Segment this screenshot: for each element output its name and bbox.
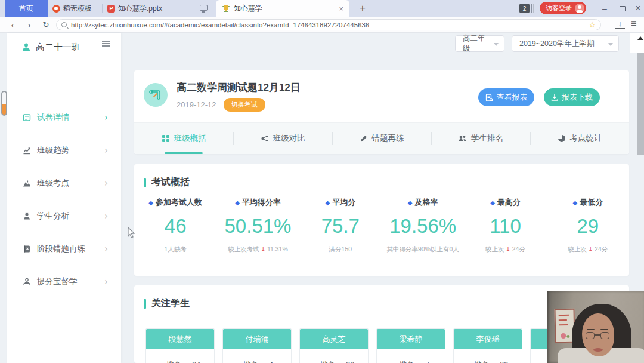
chevron-down-icon xyxy=(608,43,613,46)
grid-icon xyxy=(162,134,170,143)
rank-label: 排名： xyxy=(243,360,266,363)
sidebar-item-label: 班级考点 xyxy=(37,178,69,189)
close-tab-icon[interactable]: × xyxy=(339,4,343,13)
tab-home[interactable]: 首页 xyxy=(5,0,48,17)
tab-wrong-retry[interactable]: 错题再练 xyxy=(332,123,431,154)
sidebar-item-supervise[interactable]: 提分宝督学 › xyxy=(7,273,121,291)
scrollbar-thumb[interactable] xyxy=(637,53,644,155)
stats-row: ◆参加考试人数 46 1人缺考 ◆平均得分率 50.51% 较上次考试11.31… xyxy=(134,197,629,254)
download-report-button[interactable]: 报表下载 xyxy=(544,88,600,106)
chevron-right-icon: › xyxy=(104,276,108,287)
student-name[interactable]: 段慧然 xyxy=(146,329,214,349)
stat-participants: ◆参加考试人数 46 1人缺考 xyxy=(134,197,216,254)
trend-down-icon xyxy=(504,245,512,253)
pie-chart-icon xyxy=(558,134,566,143)
student-name[interactable]: 高灵芝 xyxy=(300,329,368,349)
sidebar-item-class-trend[interactable]: 班级趋势 › xyxy=(7,141,121,159)
stat-value: 46 xyxy=(134,215,216,238)
tab-docer[interactable]: 稻壳模板 xyxy=(48,0,103,17)
tab-label: 班级对比 xyxy=(273,133,305,144)
avatar-icon xyxy=(575,4,584,13)
student-card[interactable]: 梁希静 排名： 7 xyxy=(376,328,445,363)
person-face xyxy=(582,313,614,356)
people-icon xyxy=(458,134,467,143)
tab-count-badge[interactable]: 2 xyxy=(519,4,530,13)
report-icon xyxy=(485,94,493,101)
student-analysis-icon xyxy=(23,212,31,220)
tab-pptx[interactable]: P 知心慧学.pptx xyxy=(103,0,213,17)
new-tab-button[interactable]: + xyxy=(355,1,370,16)
stat-label: 最高分 xyxy=(497,198,521,207)
student-card[interactable]: 李俊瑶 排名： 29 xyxy=(453,328,522,363)
refresh-button[interactable]: ↻ xyxy=(38,17,54,33)
sidebar-item-class-keypoint[interactable]: 班级考点 › xyxy=(7,174,121,192)
sidebar-item-student-analysis[interactable]: 学生分析 › xyxy=(7,207,121,225)
stat-avg-score-rate: ◆平均得分率 50.51% 较上次考试11.31% xyxy=(216,197,299,254)
stat-label: 平均分 xyxy=(332,198,355,207)
forward-button[interactable]: › xyxy=(21,17,37,33)
sidebar-item-label: 阶段错题再练 xyxy=(37,244,85,254)
tab-keypoint-stats[interactable]: 考点统计 xyxy=(530,123,629,154)
student-name[interactable]: 付瑞涌 xyxy=(223,329,291,349)
section-header: 关注学生 xyxy=(144,297,190,310)
sidebar-item-label: 班级趋势 xyxy=(37,145,69,156)
class-person-icon xyxy=(21,42,31,52)
rank-label: 排名： xyxy=(474,360,497,363)
stage-retry-icon xyxy=(23,245,31,253)
diamond-icon: ◆ xyxy=(572,199,577,206)
class-list-toggle-icon[interactable] xyxy=(102,41,110,42)
sidebar-item-stage-retry[interactable]: 阶段错题再练 › xyxy=(7,240,121,258)
diamond-icon: ◆ xyxy=(490,199,495,206)
chevron-right-icon: › xyxy=(104,244,108,254)
browser-toolbar: ‹ › ↻ http://zsytec.zhixinhuixue.com/#/a… xyxy=(0,17,644,33)
guest-login-button[interactable]: 访客登录 xyxy=(540,2,586,14)
student-card[interactable]: 高灵芝 排名： 30 xyxy=(299,328,369,363)
app-screen: 首页 稻壳模板 P 知心慧学.pptx 知心慧学 × + 2 访客登录 – xyxy=(0,0,644,363)
diamond-icon: ◆ xyxy=(235,199,240,206)
student-name[interactable]: 李俊瑶 xyxy=(454,329,522,349)
rank-label: 排名： xyxy=(399,360,422,363)
grade-select-value: 高二年级 xyxy=(463,33,490,54)
exam-overview-card: 考试概括 ◆参加考试人数 46 1人缺考 ◆平均得分率 50.51% 较上次考试… xyxy=(134,164,629,276)
section-accent-bar xyxy=(144,299,146,309)
student-card[interactable]: 付瑞涌 排名： 4 xyxy=(222,328,292,363)
back-button[interactable]: ‹ xyxy=(5,17,20,33)
window-restore-button[interactable] xyxy=(614,0,631,17)
stat-note: 其中得分率90%以上有0人 xyxy=(386,245,459,253)
student-card[interactable]: 段慧然 排名： 24 xyxy=(145,328,215,363)
menu-icon[interactable]: ≡ xyxy=(631,19,636,29)
rank-value: 24 xyxy=(192,361,200,363)
stat-note: 较上次 xyxy=(485,245,504,253)
section-title: 关注学生 xyxy=(151,297,190,310)
exam-date: 2019-12-12 xyxy=(177,100,216,109)
switch-exam-button[interactable]: 切换考试 xyxy=(224,98,265,112)
rank-label: 排名： xyxy=(166,360,189,363)
tab-zhixinhuixue[interactable]: 知心慧学 × xyxy=(216,0,349,17)
section-header: 考试概括 xyxy=(144,176,190,189)
chevron-right-icon: › xyxy=(104,211,108,222)
address-bar[interactable]: http://zsytec.zhixinhuixue.com/#/academi… xyxy=(56,19,601,30)
section-accent-bar xyxy=(144,178,146,187)
stat-value: 19.56% xyxy=(382,215,464,238)
tab-class-compare[interactable]: 班级对比 xyxy=(233,123,332,154)
url-text[interactable]: http://zsytec.zhixinhuixue.com/#/academi… xyxy=(71,21,369,29)
cast-icon[interactable] xyxy=(200,5,208,11)
grade-select[interactable]: 高二年级 xyxy=(455,35,504,52)
side-toolbar-handle[interactable] xyxy=(1,91,7,116)
view-report-label: 查看报表 xyxy=(497,92,528,103)
stat-value: 29 xyxy=(547,215,629,238)
tab-label: 错题再练 xyxy=(372,133,404,144)
window-minimize-button[interactable]: – xyxy=(596,0,613,17)
tab-student-ranking[interactable]: 学生排名 xyxy=(431,123,530,154)
student-name[interactable]: 梁希静 xyxy=(377,329,445,349)
tab-class-summary[interactable]: 班级概括 xyxy=(134,123,233,154)
downloads-icon[interactable]: ↓ xyxy=(615,20,625,29)
sidebar-item-exam-detail[interactable]: 试卷详情 › xyxy=(7,109,121,127)
favorite-star-icon[interactable]: ☆ xyxy=(589,20,596,29)
term-select[interactable]: 2019~2020学年上学期 xyxy=(512,35,619,52)
scrollbar-up-arrow[interactable] xyxy=(637,36,643,40)
window-close-button[interactable]: × xyxy=(630,0,644,17)
content-tabs: 班级概括 班级对比 错题再练 xyxy=(134,122,629,154)
stat-note: 满分150 xyxy=(329,245,352,253)
view-report-button[interactable]: 查看报表 xyxy=(478,88,534,106)
